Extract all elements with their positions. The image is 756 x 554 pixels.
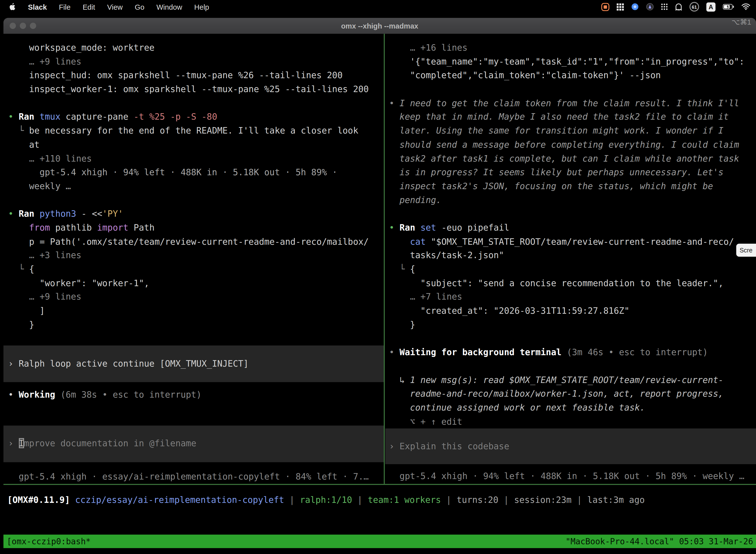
terminal-line: gpt-5.4 xhigh · essay/ai-reimplementatio… — [8, 470, 384, 484]
terminal-text-segment: • — [389, 98, 399, 108]
terminal-text-segment: gpt-5.4 xhigh · essay/ai-reimplementatio… — [8, 472, 369, 482]
terminal-line: … +9 lines — [8, 290, 384, 304]
menu-app-name[interactable]: Slack — [28, 3, 47, 11]
menu-item-view[interactable]: View — [107, 3, 123, 11]
terminal-line: • Ran python3 - <<'PY' — [8, 207, 384, 221]
window-shortcut-hint: ⌥⌘1 — [732, 18, 751, 34]
prompt-input-band[interactable]: › Improve documentation in @filename — [3, 426, 384, 462]
terminal-text-segment: last:3m ago — [587, 494, 645, 505]
close-button[interactable] — [10, 22, 16, 29]
menu-item-window[interactable]: Window — [156, 3, 182, 11]
pane-divider-vertical[interactable] — [384, 34, 385, 484]
terminal-text-segment — [34, 209, 40, 219]
menu-item-help[interactable]: Help — [194, 3, 209, 11]
tmux-status-bar: [omx-cczip0:bash* "MacBook-Pro-44.local"… — [3, 535, 756, 548]
terminal-line: • Ran tmux capture-pane -t %25 -p -S -80 — [8, 110, 384, 124]
minimize-button[interactable] — [20, 22, 26, 29]
menu-item-file[interactable]: File — [59, 3, 71, 11]
terminal-text-segment: from — [8, 222, 50, 233]
wifi-icon[interactable] — [742, 3, 750, 10]
apps-grid-icon[interactable] — [661, 3, 668, 10]
terminal-line: … +110 lines — [8, 152, 384, 166]
prompt-suggestion-band[interactable]: › Explain this codebase — [385, 429, 756, 464]
terminal-text-segment: keep that in mind. Maybe I also need the… — [389, 112, 729, 122]
grid-icon[interactable] — [617, 3, 624, 10]
terminal-text-segment: session:23m — [514, 494, 572, 505]
terminal-text-segment: - << — [76, 209, 102, 219]
terminal-text-segment: tmux — [40, 112, 60, 122]
input-source-icon[interactable]: A — [706, 2, 715, 11]
terminal-text-segment: tasks/task-2.json" — [389, 250, 504, 260]
terminal-line: workspace_mode: worktree — [8, 41, 384, 55]
menu-item-go[interactable]: Go — [135, 3, 144, 11]
terminal-text-segment: team:1 workers — [368, 494, 441, 505]
terminal-text-segment: Ran — [19, 112, 34, 122]
battery-icon[interactable] — [723, 4, 735, 10]
terminal-text-segment: workspace_mode: worktree — [8, 43, 154, 53]
terminal-text-segment: › — [389, 441, 399, 451]
terminal-line: task2 after task1 is complete, but can I… — [389, 152, 756, 166]
menu-bar: Slack File Edit View Go Window Help — [0, 0, 756, 13]
terminal-line: } — [8, 318, 384, 332]
terminal-blank-line — [8, 193, 384, 207]
terminal-line: inspect_worker-1: omx sparkshell --tmux-… — [8, 82, 384, 97]
terminal-line: • I need to get the claim token from the… — [389, 96, 756, 110]
terminal-text-segment: python3 — [40, 209, 76, 219]
terminal-line: from pathlib import Path — [8, 221, 384, 235]
terminal-text-segment: pending. — [389, 195, 441, 205]
terminal-line: • Ran set -euo pipefail — [389, 221, 756, 235]
right-terminal-pane[interactable]: … +16 lines '{"team_name":"my-team","tas… — [385, 34, 756, 484]
terminal-line: … +16 lines — [389, 41, 756, 55]
terminal-text-segment: … +9 lines — [8, 292, 81, 302]
terminal-text-segment: "worker": "worker-1", — [8, 278, 149, 288]
terminal-text-segment: … +110 lines — [8, 153, 92, 163]
terminal-blank-line — [389, 359, 756, 373]
screenshot-tooltip-label: Scre — [740, 246, 753, 254]
terminal-line: should send a message before completing … — [389, 138, 756, 152]
terminal-text-segment: continue assigned work or next feasible … — [389, 402, 645, 412]
terminal-text-segment: ralph:1/10 — [300, 494, 352, 505]
terminal-line: gpt-5.4 xhigh · 94% left · 488K in · 5.1… — [389, 469, 756, 484]
terminal-text-segment: is in progress? It seems likely but perh… — [389, 167, 723, 177]
apple-menu-icon[interactable] — [9, 2, 16, 11]
terminal-text-segment: weekly … — [8, 181, 71, 191]
terminal-text-segment: be necessary for the end of the README. … — [29, 126, 358, 136]
terminal-text-segment: turns:20 — [457, 494, 499, 505]
terminal-text-segment: … +16 lines — [389, 43, 467, 53]
window-title: omx --xhigh --madmax — [341, 21, 418, 30]
dark-app-icon[interactable] — [646, 3, 654, 11]
screenshot-tooltip[interactable]: Scre — [736, 244, 756, 257]
terminal-text-segment: • — [389, 347, 399, 357]
terminal-text-segment: later. Using the same for transition mig… — [389, 126, 723, 136]
terminal-text-segment: ] — [8, 306, 45, 316]
terminal-blank-line — [389, 82, 756, 97]
tmux-host-clock: "MacBook-Pro-44.local" 05:03 31-Mar-26 — [566, 535, 753, 548]
terminal-text-segment: readme-and-reco/mailbox/worker-1.json, a… — [389, 388, 723, 399]
menu-item-edit[interactable]: Edit — [82, 3, 95, 11]
macos-screen: Slack File Edit View Go Window Help — [0, 0, 756, 554]
terminal-text-segment: at — [8, 139, 40, 150]
terminal-text-segment: Path — [128, 222, 154, 233]
terminal-content: workspace_mode: worktree … +9 lines insp… — [3, 34, 756, 484]
ghost-icon[interactable] — [675, 3, 682, 11]
terminal-text-segment: Ran — [399, 222, 415, 233]
window-titlebar[interactable]: omx --xhigh --madmax ⌥⌘1 — [3, 18, 756, 34]
zoom-button[interactable] — [30, 22, 36, 29]
terminal-blank-line — [389, 332, 756, 345]
battery-percent-badge[interactable]: 61 — [690, 2, 699, 12]
terminal-text-segment: └ — [8, 126, 29, 136]
left-terminal-pane[interactable]: workspace_mode: worktree … +9 lines insp… — [3, 34, 384, 484]
terminal-text-segment: -euo pipefail — [436, 222, 509, 233]
terminal-text-segment: | — [441, 494, 457, 505]
blue-app-icon[interactable] — [631, 3, 639, 11]
terminal-line: └ { — [8, 262, 384, 276]
terminal-text-segment: | — [571, 494, 587, 505]
terminal-line: weekly … — [8, 179, 384, 193]
terminal-line: ⌥ + ↑ edit — [389, 415, 756, 429]
terminal-line: └ { — [389, 262, 756, 276]
terminal-line: at — [8, 138, 384, 152]
terminal-line: is in progress? It seems likely but perh… — [389, 166, 756, 179]
terminal-text-segment: cat — [410, 236, 426, 246]
pane-divider-horizontal — [3, 484, 756, 485]
screen-recording-icon[interactable] — [601, 3, 610, 11]
